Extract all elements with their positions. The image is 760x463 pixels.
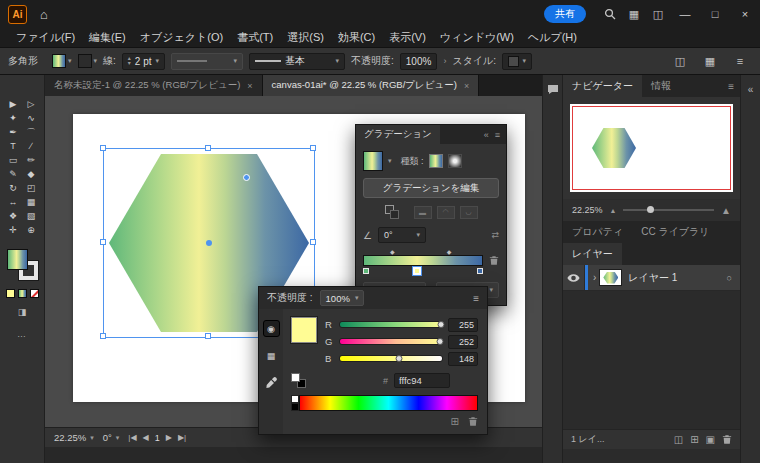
shape-builder-tool[interactable]: ❖ [4,209,22,223]
radial-gradient-type-button[interactable] [448,154,462,168]
handle-bottom-center[interactable] [205,333,211,339]
add-to-swatches-icon[interactable]: ⊞ [451,416,459,427]
free-transform-tool[interactable]: ▦ [22,195,40,209]
rectangle-tool[interactable]: ▭ [4,153,22,167]
gradient-tool[interactable]: ▧ [22,209,40,223]
zoom-slider-thumb[interactable] [647,206,654,213]
rotate-tool[interactable]: ↻ [4,181,22,195]
workspace-switcher-icon[interactable]: ▦ [698,55,722,68]
next-artboard-icon[interactable]: ▶ [166,433,172,442]
controlbar-menu-icon[interactable]: ≡ [728,55,752,67]
green-value[interactable]: 252 [448,335,478,349]
new-sublayer-icon[interactable]: ⊞ [690,434,698,445]
home-icon[interactable]: ⌂ [40,7,48,22]
gradient-swatch-caret[interactable]: ▾ [388,157,392,165]
handle-top-left[interactable] [100,145,106,151]
new-layer-icon[interactable]: ▣ [706,434,715,445]
green-slider-thumb[interactable] [436,338,443,345]
make-clipping-mask-icon[interactable]: ◫ [674,434,683,445]
none-button[interactable] [30,289,39,298]
delete-color-icon[interactable] [468,416,478,427]
color-spectrum-bar[interactable] [299,395,478,411]
collapse-panels-icon[interactable]: « [748,84,754,95]
menu-window[interactable]: ウィンドウ(W) [433,30,521,45]
menu-view[interactable]: 表示(V) [382,30,433,45]
fill-stroke-control[interactable] [7,249,38,280]
handle-top-right[interactable] [310,145,316,151]
fill-color-dropdown[interactable]: ▾ [52,54,72,68]
rotation-dropdown[interactable]: 0° ▾ [103,432,120,443]
menu-help[interactable]: ヘルプ(H) [521,30,584,45]
style-dropdown[interactable]: ▾ [502,53,532,70]
workspace-grid-icon[interactable]: ▦ [622,8,646,21]
stepper-arrows[interactable]: ▴▾ [128,56,131,66]
magic-wand-tool[interactable]: ✦ [4,111,22,125]
menu-effect[interactable]: 効果(C) [331,30,382,45]
selection-tool[interactable]: ▶ [4,97,22,111]
close-button[interactable]: × [730,0,760,28]
angle-dropdown[interactable]: 0° ▾ [378,227,426,243]
gradient-slider[interactable]: ◆ ◆ [363,255,483,266]
handle-middle-left[interactable] [100,239,106,245]
delete-stop-icon[interactable] [489,255,499,266]
width-tool[interactable]: ↔ [4,195,22,209]
width-profile-dropdown[interactable]: ▾ [171,53,243,70]
zoom-dropdown[interactable]: 22.25% ▾ [54,432,94,443]
pencil-tool[interactable]: ✎ [4,167,22,181]
corner-widget-dot[interactable] [243,174,250,181]
document-tab-canvas01[interactable]: canvas-01ai* @ 22.25 % (RGB/プレビュー) × [263,75,480,96]
brush-definition-dropdown[interactable]: 基本 ▾ [249,53,345,70]
tab-info[interactable]: 情報 [642,75,680,97]
zoom-tool[interactable]: ⊕ [22,223,40,237]
color-button[interactable] [6,289,15,298]
tab-navigator[interactable]: ナビゲーター [563,75,642,97]
share-button[interactable]: 共有 [544,5,586,23]
white-black-selectors[interactable] [291,395,299,411]
lasso-tool[interactable]: ∿ [22,111,40,125]
first-artboard-icon[interactable]: |◀ [128,433,136,442]
stroke-across-icon[interactable]: ◡ [460,206,478,219]
menu-edit[interactable]: 編集(E) [82,30,133,45]
red-slider[interactable] [339,321,443,328]
more-tools-icon[interactable]: … [17,329,27,339]
screen-mode-icon[interactable]: ◨ [18,307,27,317]
curvature-tool[interactable]: ⌒ [22,125,40,139]
menu-type[interactable]: 書式(T) [230,30,280,45]
menu-file[interactable]: ファイル(F) [9,30,82,45]
blue-slider[interactable] [339,355,443,362]
stroke-color-dropdown[interactable]: ▾ [78,54,98,68]
tab-layers[interactable]: レイヤー [563,243,622,265]
gradient-preview-swatch[interactable] [363,151,383,171]
layer-expand-chevron[interactable]: › [588,272,599,283]
menu-select[interactable]: 選択(S) [280,30,331,45]
zoom-out-mountain-icon[interactable]: ▲ [610,207,617,214]
linear-gradient-type-button[interactable] [429,154,443,168]
search-icon[interactable] [598,8,622,20]
layer-name[interactable]: レイヤー 1 [628,271,726,285]
midpoint-diamond[interactable]: ◆ [447,248,452,255]
eyedropper-icon[interactable] [263,374,280,391]
artboard-number[interactable]: 1 [155,433,160,443]
gradient-stop-start[interactable] [363,268,369,274]
fill-stroke-mini-control[interactable] [385,205,399,219]
navigator-menu-icon[interactable]: ≡ [728,81,740,92]
type-tool[interactable]: T [4,139,22,153]
maximize-button[interactable]: □ [700,0,730,28]
handle-top-center[interactable] [205,145,211,151]
eyedropper-tool[interactable]: ✛ [4,223,22,237]
green-slider[interactable] [339,338,443,345]
current-color-swatch[interactable] [291,317,317,343]
color-mixer-icon[interactable]: ◉ [263,320,280,337]
gradient-panel-menu-icon[interactable]: ≡ [495,130,500,140]
minimize-button[interactable]: — [670,0,700,28]
object-center-point[interactable] [206,240,212,246]
tab-close-icon[interactable]: × [247,81,252,91]
midpoint-diamond[interactable]: ◆ [390,248,395,255]
tab-properties[interactable]: プロパティ [563,221,632,243]
blue-value[interactable]: 148 [448,352,478,366]
layer-thumbnail[interactable] [599,269,622,286]
paintbrush-tool[interactable]: ✏ [22,153,40,167]
zoom-in-mountain-icon[interactable]: ▲ [721,205,731,216]
delete-layer-icon[interactable] [722,434,732,445]
collapse-panel-icon[interactable]: « [484,130,489,140]
